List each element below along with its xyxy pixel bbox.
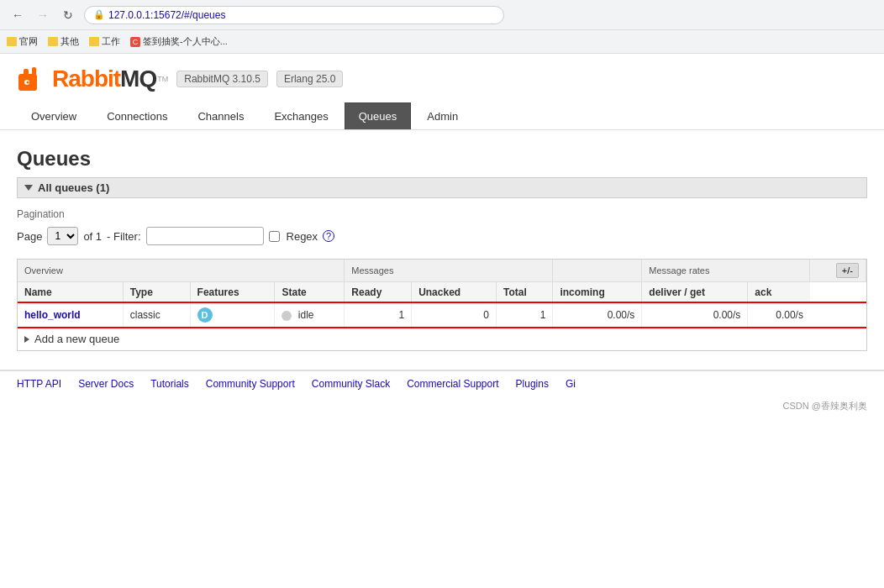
page-label: Page bbox=[17, 230, 42, 243]
group-messages: Messages bbox=[345, 260, 553, 282]
pagination-row: Page 1 of 1 - Filter: Regex ? bbox=[17, 227, 867, 245]
svg-rect-2 bbox=[32, 67, 36, 77]
section-label: All queues (1) bbox=[38, 181, 109, 194]
add-queue-row[interactable]: Add a new queue bbox=[18, 327, 866, 350]
state-dot-icon bbox=[282, 311, 292, 321]
col-ready: Ready bbox=[345, 282, 412, 303]
logo-rabbit-text: RabbitMQ bbox=[52, 66, 156, 92]
page-wrapper: RabbitMQ TM RabbitMQ 3.10.5 Erlang 25.0 … bbox=[0, 54, 884, 416]
folder-icon bbox=[89, 37, 99, 46]
section-all-queues[interactable]: All queues (1) bbox=[17, 177, 867, 198]
cell-ack: 0.00/s bbox=[748, 303, 810, 328]
watermark: CSDN @香辣奥利奥 bbox=[0, 396, 884, 416]
footer-server-docs[interactable]: Server Docs bbox=[78, 378, 134, 390]
nav-queues[interactable]: Queues bbox=[345, 102, 412, 129]
page-of-text: of 1 bbox=[83, 230, 102, 243]
bookmark-qiandao[interactable]: C 签到抽奖-个人中心... bbox=[130, 35, 228, 48]
page-select[interactable]: 1 bbox=[47, 227, 78, 245]
rabbit-logo-icon bbox=[17, 66, 50, 92]
footer-gi[interactable]: Gi bbox=[566, 378, 576, 390]
regex-help-icon[interactable]: ? bbox=[323, 230, 334, 242]
col-unacked: Unacked bbox=[412, 282, 497, 303]
footer-plugins[interactable]: Plugins bbox=[516, 378, 549, 390]
nav-admin[interactable]: Admin bbox=[413, 102, 472, 129]
footer-community-slack[interactable]: Community Slack bbox=[312, 378, 390, 390]
cell-total: 1 bbox=[497, 303, 553, 328]
cell-name: hello_world bbox=[18, 303, 123, 328]
plus-minus-button[interactable]: +/- bbox=[836, 263, 859, 278]
tm-text: TM bbox=[157, 75, 168, 83]
col-type: Type bbox=[123, 282, 190, 303]
page-content: Queues All queues (1) Pagination Page 1 … bbox=[0, 130, 884, 370]
col-state: State bbox=[275, 282, 345, 303]
bookmark-qita[interactable]: 其他 bbox=[48, 35, 79, 48]
rabbitmq-version-badge: RabbitMQ 3.10.5 bbox=[176, 71, 268, 87]
triangle-down-icon bbox=[24, 185, 33, 191]
bookmark-gongzuo[interactable]: 工作 bbox=[89, 35, 120, 48]
csdn-icon: C bbox=[130, 37, 140, 47]
nav-overview[interactable]: Overview bbox=[17, 102, 91, 129]
cell-state: idle bbox=[275, 303, 345, 328]
triangle-right-icon bbox=[24, 336, 29, 343]
forward-button[interactable]: → bbox=[34, 6, 52, 24]
rmq-logo: RabbitMQ TM bbox=[17, 66, 168, 92]
group-empty bbox=[553, 260, 642, 282]
col-features: Features bbox=[190, 282, 275, 303]
browser-chrome: ← → ↻ 🔒 127.0.0.1:15672/#/queues bbox=[0, 0, 884, 30]
folder-icon bbox=[48, 37, 58, 46]
nav-connections[interactable]: Connections bbox=[92, 102, 182, 129]
reload-button[interactable]: ↻ bbox=[59, 6, 77, 24]
filter-input[interactable] bbox=[146, 227, 264, 245]
rmq-header: RabbitMQ TM RabbitMQ 3.10.5 Erlang 25.0 … bbox=[0, 54, 884, 130]
table-row: hello_world classic D idle 1 0 1 bbox=[18, 303, 866, 328]
cell-type: classic bbox=[123, 303, 190, 328]
page-title: Queues bbox=[17, 147, 867, 171]
col-name: Name bbox=[18, 282, 123, 303]
pagination-label: Pagination bbox=[17, 208, 867, 220]
main-nav: Overview Connections Channels Exchanges … bbox=[17, 102, 867, 129]
folder-icon bbox=[7, 37, 17, 46]
add-queue-label: Add a new queue bbox=[34, 333, 119, 345]
footer-community-support[interactable]: Community Support bbox=[206, 378, 295, 390]
col-header-row: Name Type Features State Ready Unacked T… bbox=[18, 282, 866, 303]
bookmark-guanwang[interactable]: 官网 bbox=[7, 35, 38, 48]
address-bar[interactable]: 🔒 127.0.0.1:15672/#/queues bbox=[84, 6, 504, 24]
group-plusminus[interactable]: +/- bbox=[810, 260, 866, 282]
regex-label: Regex bbox=[287, 230, 318, 243]
group-message-rates: Message rates bbox=[642, 260, 810, 282]
group-header-row: Overview Messages Message rates +/- bbox=[18, 260, 866, 282]
page-footer: HTTP API Server Docs Tutorials Community… bbox=[0, 370, 884, 396]
svg-point-4 bbox=[27, 81, 29, 84]
cell-unacked: 0 bbox=[412, 303, 497, 328]
col-incoming: incoming bbox=[553, 282, 642, 303]
footer-http-api[interactable]: HTTP API bbox=[17, 378, 61, 390]
queues-table: Overview Messages Message rates +/- Name… bbox=[18, 260, 866, 327]
erlang-version-badge: Erlang 25.0 bbox=[276, 71, 343, 87]
cell-ready: 1 bbox=[345, 303, 412, 328]
footer-tutorials[interactable]: Tutorials bbox=[150, 378, 189, 390]
col-total: Total bbox=[497, 282, 553, 303]
footer-commercial-support[interactable]: Commercial Support bbox=[407, 378, 498, 390]
queue-name-link[interactable]: hello_world bbox=[24, 309, 81, 321]
col-deliver-get: deliver / get bbox=[642, 282, 748, 303]
bookmarks-bar: 官网 其他 工作 C 签到抽奖-个人中心... bbox=[0, 30, 884, 54]
queues-table-wrapper: Overview Messages Message rates +/- Name… bbox=[17, 259, 867, 351]
cell-features: D bbox=[190, 303, 275, 328]
col-ack: ack bbox=[748, 282, 810, 303]
lock-icon: 🔒 bbox=[93, 9, 105, 20]
svg-rect-1 bbox=[24, 69, 29, 81]
regex-checkbox[interactable] bbox=[269, 231, 280, 242]
cell-incoming: 0.00/s bbox=[553, 303, 642, 328]
state-label: idle bbox=[298, 309, 314, 321]
back-button[interactable]: ← bbox=[8, 6, 27, 24]
feature-badge-d: D bbox=[197, 307, 213, 323]
nav-exchanges[interactable]: Exchanges bbox=[260, 102, 342, 129]
cell-deliver-get: 0.00/s bbox=[642, 303, 748, 328]
filter-label: - Filter: bbox=[107, 230, 140, 243]
group-overview: Overview bbox=[18, 260, 345, 282]
nav-channels[interactable]: Channels bbox=[183, 102, 258, 129]
logo-row: RabbitMQ TM RabbitMQ 3.10.5 Erlang 25.0 bbox=[17, 66, 867, 92]
url-text: 127.0.0.1:15672/#/queues bbox=[108, 9, 225, 21]
